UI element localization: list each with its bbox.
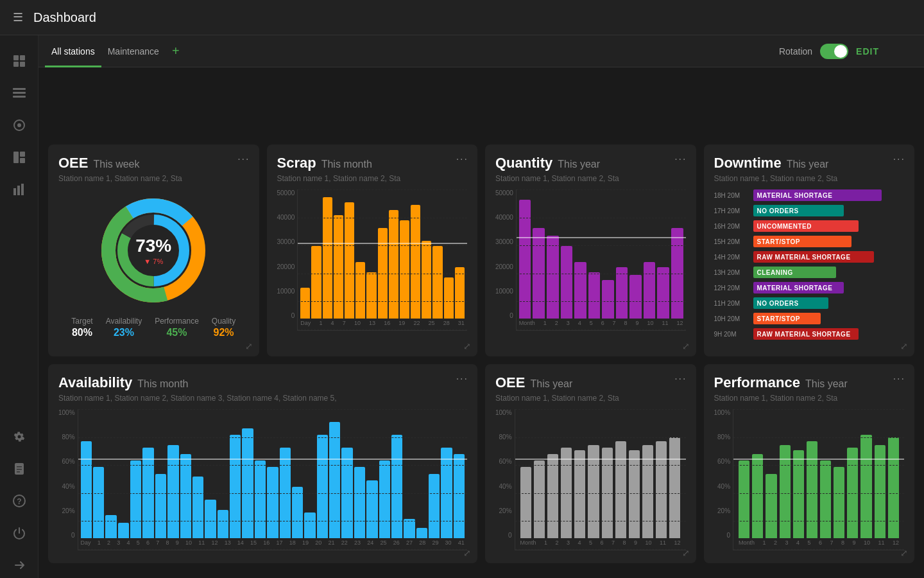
quantity-title: Quantity xyxy=(495,155,552,171)
sidebar-settings-icon[interactable] xyxy=(6,424,32,450)
tab-all-stations[interactable]: All stations xyxy=(45,35,101,67)
quantity-x-axis: Month123456789101112 xyxy=(517,319,686,326)
downtime-expand-icon[interactable]: ⤢ xyxy=(900,341,908,351)
downtime-time: 13H 20M xyxy=(714,269,749,276)
edit-button[interactable]: EDIT xyxy=(856,46,879,57)
availability-title: Availability xyxy=(58,374,132,391)
downtime-title: Downtime xyxy=(714,155,782,171)
scrap-expand-icon[interactable]: ⤢ xyxy=(463,341,471,351)
availability-bar xyxy=(180,454,191,538)
sidebar-arrow-icon[interactable] xyxy=(6,552,32,578)
downtime-stations: Station name 1, Station name 2, Sta xyxy=(714,174,905,183)
hamburger-icon[interactable]: ☰ xyxy=(13,10,23,24)
availability-bar xyxy=(429,474,440,539)
availability-header: Availability This month xyxy=(58,374,467,391)
downtime-bar-wrap: NO ORDERS xyxy=(753,297,905,309)
tab-maintenance[interactable]: Maintenance xyxy=(101,35,166,67)
sidebar-doc-icon[interactable] xyxy=(6,456,32,482)
availability-bar xyxy=(242,428,253,538)
downtime-row: 15H 20MSTART/STOP xyxy=(714,236,905,247)
legend-target: Target 80% xyxy=(71,317,92,338)
perf-expand-icon[interactable]: ⤢ xyxy=(900,548,908,558)
downtime-bar-wrap: START/STOP xyxy=(753,236,905,247)
quantity-bar xyxy=(574,262,586,319)
oee2-expand-icon[interactable]: ⤢ xyxy=(682,548,690,558)
sidebar-layout-icon[interactable] xyxy=(6,144,32,170)
performance-period: This year xyxy=(805,378,848,390)
downtime-bar: RAW MATERIAL SHORTAGE xyxy=(753,328,859,340)
oee2-bar xyxy=(656,441,667,538)
quantity-menu[interactable]: ··· xyxy=(674,153,687,165)
sidebar-power-icon[interactable] xyxy=(6,520,32,546)
downtime-row: 16H 20MUNCOMMENTED xyxy=(714,220,905,232)
oee2-bar xyxy=(615,441,626,538)
availability-bar xyxy=(454,454,465,538)
quantity-bar xyxy=(519,200,531,319)
rotation-label: Rotation xyxy=(779,46,812,57)
quantity-bar xyxy=(547,236,559,319)
availability-bar xyxy=(205,500,216,538)
scrap-bar xyxy=(455,267,465,319)
svg-rect-3 xyxy=(20,62,25,67)
downtime-menu[interactable]: ··· xyxy=(893,153,905,165)
downtime-time: 10H 20M xyxy=(714,315,749,322)
performance-menu[interactable]: ··· xyxy=(893,373,905,385)
scrap-menu[interactable]: ··· xyxy=(456,153,468,165)
scrap-bars-area: Day1471013161922252831 xyxy=(297,189,467,331)
oee-expand-icon[interactable]: ⤢ xyxy=(245,341,253,351)
tab-add-button[interactable]: + xyxy=(172,44,180,58)
quantity-header: Quantity This year xyxy=(495,155,686,171)
downtime-row: 14H 20MRAW MATERIAL SHORTAGE xyxy=(714,251,905,263)
downtime-bar-wrap: CLEANING xyxy=(753,267,905,278)
perf-bar xyxy=(739,460,749,538)
oee-header: OEE This week xyxy=(58,155,249,171)
sidebar-barchart-icon[interactable] xyxy=(6,177,32,202)
quantity-expand-icon[interactable]: ⤢ xyxy=(682,341,690,351)
downtime-bar: START/STOP xyxy=(753,313,821,324)
rotation-toggle[interactable] xyxy=(820,44,848,59)
downtime-row: 12H 20MMATERIAL SHORTAGE xyxy=(714,282,905,293)
performance-header: Performance This year xyxy=(714,374,905,391)
sidebar-help-icon[interactable]: ? xyxy=(6,488,32,514)
quantity-card: ··· Quantity This year Station name 1, S… xyxy=(485,144,696,356)
availability-y-labels: 100% 80% 60% 40% 20% 0 xyxy=(58,409,78,550)
perf-bar xyxy=(888,437,899,538)
quantity-bar xyxy=(602,280,614,319)
svg-rect-16 xyxy=(17,466,22,468)
oee-legend: Target 80% Availability 23% Performance … xyxy=(71,317,235,338)
scrap-bar xyxy=(411,205,420,319)
oee-menu[interactable]: ··· xyxy=(237,153,250,165)
downtime-time: 11H 20M xyxy=(714,300,749,307)
scrap-bar xyxy=(300,288,310,319)
scrap-bar xyxy=(366,272,376,319)
availability-bar xyxy=(193,477,203,538)
oee2-menu[interactable]: ··· xyxy=(674,373,687,385)
svg-rect-9 xyxy=(13,152,19,163)
sidebar-grid-icon[interactable] xyxy=(6,48,32,74)
oee2-bars xyxy=(515,409,686,538)
downtime-row: 9H 20MRAW MATERIAL SHORTAGE xyxy=(714,328,905,340)
svg-point-8 xyxy=(17,123,21,127)
oee2-y-labels: 100% 80% 60% 40% 20% 0 xyxy=(495,409,515,550)
availability-bar xyxy=(81,441,92,538)
scrap-bar xyxy=(334,215,343,319)
oee-donut-center: 73% ▼ 7% xyxy=(135,236,171,265)
downtime-bar-wrap: RAW MATERIAL SHORTAGE xyxy=(753,328,905,340)
downtime-time: 16H 20M xyxy=(714,223,749,230)
downtime-time: 9H 20M xyxy=(714,331,749,338)
sidebar-list-icon[interactable] xyxy=(6,80,32,106)
svg-rect-14 xyxy=(21,184,24,195)
availability-period: This month xyxy=(137,378,188,390)
oee2-bar xyxy=(629,450,640,538)
downtime-list: 18H 20MMATERIAL SHORTAGE17H 20MNO ORDERS… xyxy=(714,189,905,340)
perf-bars-area: Month123456789101112 xyxy=(733,409,904,550)
svg-rect-0 xyxy=(13,55,19,60)
downtime-row: 18H 20MMATERIAL SHORTAGE xyxy=(714,189,905,201)
availability-expand-icon[interactable]: ⤢ xyxy=(463,548,471,558)
oee2-stations: Station name 1, Station name 2, Sta xyxy=(495,394,686,403)
availability-menu[interactable]: ··· xyxy=(456,373,468,385)
sidebar-circle-icon[interactable] xyxy=(6,112,32,138)
avail-x-axis: Day1234567891011121314151617181920212223… xyxy=(78,538,467,546)
perf-avg-line xyxy=(733,459,904,460)
legend-quality: Quality 92% xyxy=(212,317,235,338)
